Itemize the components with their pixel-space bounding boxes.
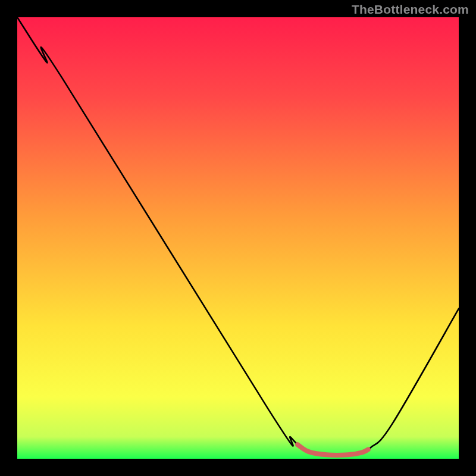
chart-frame: TheBottleneck.com xyxy=(0,0,476,476)
highlight-segment xyxy=(298,444,368,455)
curve-layer xyxy=(17,17,459,459)
bottleneck-curve xyxy=(17,17,459,455)
plot-area xyxy=(17,17,459,459)
watermark-text: TheBottleneck.com xyxy=(352,2,469,17)
